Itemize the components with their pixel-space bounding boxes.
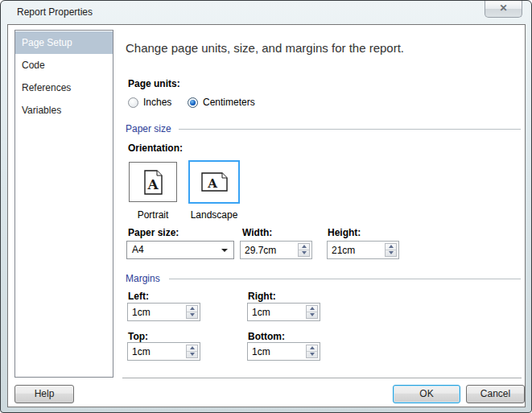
down-arrow-icon [310,313,315,316]
portrait-page-icon: A [144,170,163,195]
width-spin-up-button[interactable] [299,244,309,250]
margin-top-input[interactable] [128,343,184,360]
radio-centimeters[interactable]: Centimeters [188,97,255,108]
dialog-body: Page Setup Code References Variables Cha… [7,24,526,407]
margin-left-field [127,303,200,321]
height-spinner [385,243,397,257]
ok-button[interactable]: OK [393,385,460,403]
down-arrow-icon [310,353,315,356]
margin-top-spin-down-button[interactable] [187,352,197,358]
paper-size-group-line [179,129,521,130]
sidebar-item-variables[interactable]: Variables [15,99,113,122]
margin-right-field [247,303,320,321]
margin-top-label: Top: [128,331,148,342]
margin-top-spinner [186,345,198,358]
margin-right-spin-down-button[interactable] [307,312,317,319]
sidebar-item-references[interactable]: References [15,76,113,99]
down-arrow-icon [302,251,307,254]
up-arrow-icon [302,245,307,248]
down-arrow-icon [190,313,195,316]
category-list: Page Setup Code References Variables [14,30,113,378]
margin-right-spin-up-button[interactable] [307,306,317,312]
paper-size-group-title: Paper size [126,123,171,134]
height-input[interactable] [328,242,383,258]
up-arrow-icon [190,307,195,310]
sidebar-item-page-setup[interactable]: Page Setup [15,31,113,54]
footer-separator [122,378,522,378]
margin-left-spin-down-button[interactable] [187,312,197,319]
paper-size-value: A4 [132,244,144,255]
radio-inches[interactable]: Inches [128,97,171,108]
svg-text:A: A [146,176,159,192]
page-description: Change page units, size, and margins for… [126,41,404,55]
orientation-landscape-button[interactable]: A [188,160,240,204]
margin-left-spin-up-button[interactable] [187,306,197,312]
paper-size-dropdown[interactable]: A4 [126,241,234,259]
margin-right-input[interactable] [248,304,304,320]
margins-group-title: Margins [126,273,160,284]
margin-left-input[interactable] [128,304,184,320]
width-label: Width: [242,227,272,238]
svg-text:A: A [207,176,217,191]
margin-top-spin-up-button[interactable] [187,345,197,352]
dialog-title: Report Properties [17,6,93,18]
radio-centimeters-icon [188,97,198,108]
cancel-button[interactable]: Cancel [466,385,525,403]
width-spin-down-button[interactable] [299,250,309,257]
down-arrow-icon [190,353,195,356]
margin-right-label: Right: [248,291,276,302]
margin-right-spinner [306,305,318,319]
dropdown-arrow-icon [221,249,228,252]
sidebar-item-code[interactable]: Code [15,54,113,76]
margin-bottom-spin-down-button[interactable] [307,352,317,358]
height-spin-up-button[interactable] [386,244,396,250]
margin-bottom-label: Bottom: [248,331,285,342]
down-arrow-icon [389,251,394,254]
margins-group-line [169,279,521,279]
orientation-label: Orientation: [128,142,183,154]
report-properties-dialog: Report Properties ✕ Page Setup Code Refe… [0,0,532,413]
paper-size-label: Paper size: [128,227,179,238]
width-field [240,241,312,259]
radio-inches-icon [128,97,138,108]
height-label: Height: [328,227,361,238]
margin-top-field [127,342,200,361]
page-units-label: Page units: [128,78,180,89]
up-arrow-icon [310,346,315,349]
portrait-label: Portrait [129,209,177,221]
up-arrow-icon [190,346,195,349]
margin-bottom-input[interactable] [248,343,304,360]
orientation-portrait-button[interactable]: A [129,162,177,202]
height-spin-down-button[interactable] [386,250,396,257]
landscape-page-icon: A [201,172,228,192]
up-arrow-icon [389,245,394,248]
margin-bottom-field [247,342,320,361]
close-button[interactable]: ✕ [485,1,522,18]
title-bar[interactable]: Report Properties ✕ [1,1,531,24]
margin-left-label: Left: [128,291,149,302]
width-input[interactable] [241,242,296,258]
margin-left-spinner [186,305,198,319]
up-arrow-icon [310,307,315,310]
height-field [327,241,399,259]
radio-centimeters-label: Centimeters [203,97,255,108]
margin-bottom-spinner [306,345,318,358]
margin-bottom-spin-up-button[interactable] [307,345,317,352]
help-button[interactable]: Help [14,385,74,403]
close-icon: ✕ [499,2,507,14]
radio-inches-label: Inches [143,97,171,108]
width-spinner [298,243,310,257]
landscape-label: Landscape [188,209,240,221]
